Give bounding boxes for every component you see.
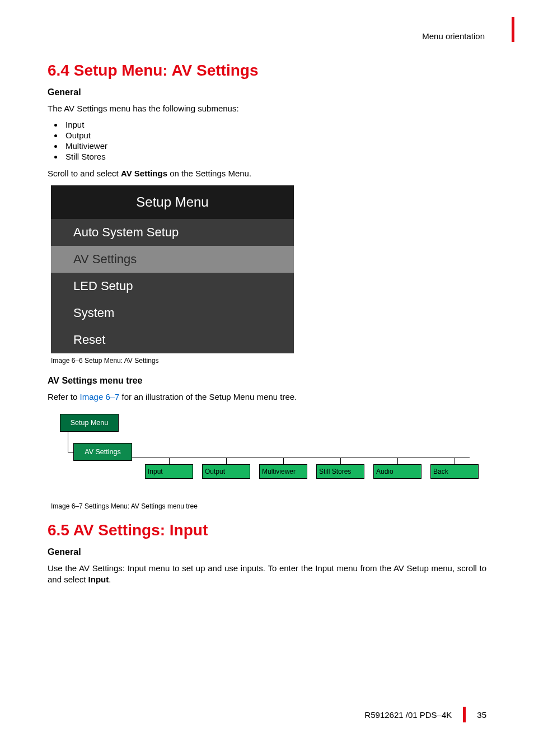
- tree-connector: [68, 432, 68, 452]
- tree-connector: [132, 458, 470, 458]
- menu-item-led-setup[interactable]: LED Setup: [51, 273, 294, 300]
- image-6-7-link[interactable]: Image 6–7: [80, 392, 120, 402]
- tree-leaf-still-stores: Still Stores: [316, 464, 364, 479]
- tree-connector: [68, 452, 73, 452]
- section-6-5-title: 6.5 AV Settings: Input: [48, 521, 486, 539]
- tree-leaf-multiviewer: Multiviewer: [259, 464, 307, 479]
- list-item: Input: [63, 120, 486, 129]
- list-item: Multiviewer: [63, 141, 486, 151]
- tree-leaf-audio: Audio: [373, 464, 421, 479]
- list-item: Output: [63, 130, 486, 140]
- tree-connector: [340, 458, 341, 464]
- section-6-5-body: Use the AV Settings: Input menu to set u…: [48, 563, 486, 586]
- tree-intro: Refer to Image 6–7 for an illustration o…: [48, 391, 486, 403]
- header-accent-bar: [512, 17, 514, 42]
- general-heading-2: General: [48, 547, 486, 557]
- tree-root: Setup Menu: [60, 414, 119, 432]
- tree-leaf-input: Input: [145, 464, 193, 479]
- body-bold: Input: [88, 575, 109, 584]
- body-pre: Use the AV Settings: Input menu to set u…: [48, 563, 486, 584]
- tree-leaf-back: Back: [430, 464, 479, 479]
- tree-connector: [397, 458, 398, 464]
- intro-text: The AV Settings menu has the following s…: [48, 103, 486, 114]
- tree-post: for an illustration of the Setup Menu me…: [119, 392, 297, 402]
- tree-heading: AV Settings menu tree: [48, 376, 486, 386]
- list-item: Still Stores: [63, 152, 486, 161]
- image-6-7-caption: Image 6–7 Settings Menu: AV Settings men…: [51, 502, 486, 510]
- tree-connector: [283, 458, 284, 464]
- page-footer: R5912621 /01 PDS–4K 35: [364, 707, 486, 722]
- scroll-pre: Scroll to and select: [48, 169, 121, 178]
- footer-accent-bar: [463, 707, 466, 722]
- header-section-label: Menu orientation: [422, 31, 485, 41]
- tree-pre: Refer to: [48, 392, 80, 402]
- menu-tree-diagram: Setup Menu AV Settings Input Output Mult…: [51, 408, 482, 487]
- section-6-4-title: 6.4 Setup Menu: AV Settings: [48, 62, 486, 80]
- general-heading-1: General: [48, 87, 486, 97]
- menu-item-av-settings[interactable]: AV Settings: [51, 246, 294, 273]
- doc-id: R5912621 /01 PDS–4K: [364, 710, 452, 720]
- tree-sub: AV Settings: [73, 443, 132, 461]
- menu-item-reset[interactable]: Reset: [51, 326, 294, 353]
- page-number: 35: [477, 710, 486, 720]
- menu-item-auto-system-setup[interactable]: Auto System Setup: [51, 219, 294, 246]
- tree-connector: [226, 458, 227, 464]
- tree-leaf-output: Output: [202, 464, 250, 479]
- submenu-list: Input Output Multiviewer Still Stores: [48, 120, 486, 161]
- body-post: .: [109, 575, 111, 584]
- setup-menu-title: Setup Menu: [51, 185, 294, 219]
- scroll-bold: AV Settings: [121, 169, 167, 178]
- scroll-post: on the Settings Menu.: [167, 169, 251, 178]
- tree-connector: [169, 458, 170, 464]
- scroll-instruction: Scroll to and select AV Settings on the …: [48, 168, 486, 179]
- tree-connector: [455, 458, 455, 464]
- setup-menu-screenshot: Setup Menu Auto System Setup AV Settings…: [51, 185, 294, 353]
- menu-item-system[interactable]: System: [51, 300, 294, 326]
- image-6-6-caption: Image 6–6 Setup Menu: AV Settings: [51, 357, 486, 365]
